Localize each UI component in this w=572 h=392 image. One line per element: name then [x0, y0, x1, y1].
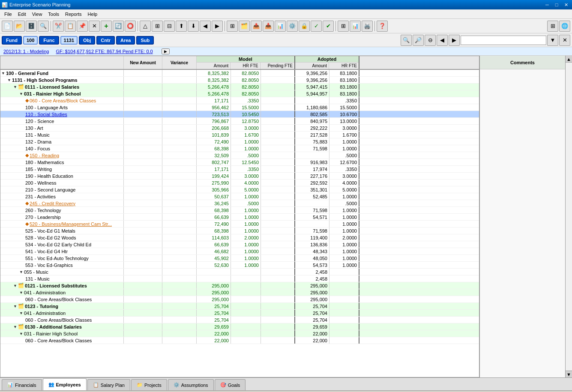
- table-row[interactable]: 131 - Music101,8391.6700217,5281.6700: [0, 132, 479, 138]
- func-filter-btn[interactable]: Func: [39, 36, 59, 45]
- down-button[interactable]: ⬇: [188, 21, 199, 32]
- tab-assumptions[interactable]: ⚙️ Assumptions: [168, 379, 214, 390]
- help-button[interactable]: ❓: [377, 21, 388, 32]
- table-row[interactable]: 180 - Mathematics802,74712.5450916,98312…: [0, 159, 479, 166]
- table-row[interactable]: ▼055 - Music2,458: [0, 269, 479, 275]
- globe-button[interactable]: 🌐: [559, 21, 570, 32]
- collapse-button[interactable]: ⊟: [164, 21, 175, 32]
- refresh-button[interactable]: 🔄: [113, 21, 124, 32]
- menu-help[interactable]: Help: [85, 11, 100, 18]
- filter-icon5[interactable]: ▶: [449, 35, 460, 46]
- expand-icon[interactable]: ▼: [19, 311, 23, 315]
- lock-button[interactable]: 🔒: [299, 21, 310, 32]
- tab-projects[interactable]: 📁 Projects: [131, 379, 167, 390]
- scroll-track[interactable]: [566, 63, 572, 371]
- copy-button[interactable]: 📋: [65, 21, 76, 32]
- table-row[interactable]: 270 - Leadership66,6391.000054,5711.0000: [0, 214, 479, 221]
- add-button[interactable]: +: [101, 21, 112, 32]
- expand-icon[interactable]: ▼: [1, 71, 5, 75]
- expand-icon[interactable]: ▼: [19, 332, 23, 336]
- table-button[interactable]: 📊: [350, 21, 361, 32]
- table-row[interactable]: 528 - Voc-Ed G2 Woods114,6032.0000119,40…: [0, 234, 479, 241]
- sub-filter-btn[interactable]: Sub: [136, 36, 154, 45]
- table-row[interactable]: ▼041 - Administration295,000295,000: [0, 289, 479, 296]
- print-button[interactable]: 🖨️: [362, 21, 373, 32]
- tab-employees[interactable]: 👥 Employees: [43, 378, 87, 390]
- filter-clear-btn[interactable]: ✕: [559, 35, 570, 46]
- close-button[interactable]: ✕: [562, 1, 570, 8]
- table-row[interactable]: 060 - Core Areas/Block Classes22,00022,0…: [0, 337, 479, 344]
- window-controls[interactable]: ─ □ ✕: [543, 1, 570, 8]
- table-row[interactable]: 200 - Wellness275,9904.0000292,5924.0000: [0, 180, 479, 186]
- filter-search-input[interactable]: [461, 36, 546, 45]
- expand-icon[interactable]: ▼: [13, 85, 17, 89]
- table-row[interactable]: ▼🗂️0130 - Additional Salaries29,65929,65…: [0, 323, 479, 330]
- filter-icon3[interactable]: ⊖: [425, 35, 436, 46]
- search-button[interactable]: 🔍: [38, 21, 49, 32]
- filter-icon2[interactable]: 🔎: [413, 35, 424, 46]
- table-row[interactable]: 131 - Music2,458: [0, 275, 479, 282]
- menu-tools[interactable]: Tools: [45, 11, 62, 18]
- table-row[interactable]: 210 - Second Language305,9665.0000351,30…: [0, 186, 479, 193]
- table-row[interactable]: 100 - Language Arts956,46215.50001,180,6…: [0, 104, 479, 111]
- period-link[interactable]: 2012/13: 1 - Modeling: [3, 49, 49, 54]
- cut-button[interactable]: ✂️: [53, 21, 64, 32]
- func-1131-btn[interactable]: 1131: [60, 36, 78, 45]
- table-row[interactable]: ▼041 - Administration25,70425,704: [0, 310, 479, 317]
- expand-icon[interactable]: ▼: [19, 270, 23, 274]
- tab-financials[interactable]: 📊 Financials: [2, 379, 42, 390]
- table-row[interactable]: ◆245 - Credit Recovery36,245.5000.5000: [0, 200, 479, 207]
- table-row[interactable]: 140 - Focus68,3981.000071,5981.0000: [0, 145, 479, 152]
- import-button[interactable]: 📥: [263, 21, 274, 32]
- row-label[interactable]: 245 - Credit Recovery: [30, 201, 75, 206]
- menu-reports[interactable]: Reports: [63, 11, 84, 18]
- table-row[interactable]: 553 - Voc Ed-Graphics52,6301.000054,5731…: [0, 262, 479, 269]
- table-row[interactable]: ▼1131 - High School Programs8,325,38282.…: [0, 77, 479, 84]
- scroll-down-btn[interactable]: ▼: [566, 371, 572, 377]
- table-row[interactable]: 231 - Activities50,6371.000052,4851.0000: [0, 193, 479, 200]
- menu-edit[interactable]: Edit: [15, 11, 29, 18]
- table-row[interactable]: 190 - Health Education199,4243.0000227,1…: [0, 173, 479, 180]
- expand-info-btn[interactable]: ▶: [162, 48, 170, 54]
- back-button[interactable]: ◀: [200, 21, 211, 32]
- expand-icon[interactable]: ▼: [19, 92, 23, 96]
- table-row[interactable]: 130 - Art206,6683.0000292,2223.0000: [0, 125, 479, 132]
- row-label[interactable]: 150 - Reading: [30, 153, 59, 158]
- table-row[interactable]: ◆060 - Core Areas/Block Classes17,171.33…: [0, 97, 479, 104]
- grid1-button[interactable]: ⊞: [227, 21, 238, 32]
- table-row[interactable]: 525 - Voc-Ed G1 Metals68,3981.000071,598…: [0, 227, 479, 234]
- table-row[interactable]: 060 - Core Areas/Block Classes295,000295…: [0, 296, 479, 303]
- table-row[interactable]: 060 - Core Areas/Block Classes25,70425,7…: [0, 317, 479, 323]
- table-row[interactable]: 260 - Technology68,3981.000071,5981.0000: [0, 207, 479, 214]
- table-row[interactable]: 132 - Drama72,4901.000075,8831.0000: [0, 138, 479, 145]
- menu-file[interactable]: File: [2, 11, 15, 18]
- expand-icon[interactable]: ▼: [13, 284, 17, 288]
- expand-icon[interactable]: ▼: [13, 304, 17, 308]
- table-row[interactable]: ▼🗂️0121 - Licensed Substitutes295,000295…: [0, 282, 479, 289]
- table-row[interactable]: 534 - Voc-Ed G2 Early Child Ed66,6391.00…: [0, 241, 479, 248]
- expand-icon[interactable]: ▼: [13, 325, 17, 329]
- menu-view[interactable]: View: [30, 11, 45, 18]
- table-row[interactable]: ▼031 - Rainier High School5,266,47882.80…: [0, 90, 479, 97]
- table-row[interactable]: 110 - Social Studies723,51310.5450802,58…: [0, 111, 479, 118]
- row-label[interactable]: 110 - Social Studies: [25, 112, 67, 117]
- grid-body[interactable]: ▼100 - General Fund8,325,38282.80509,396…: [0, 70, 479, 377]
- table-row[interactable]: ▼031 - Rainier High School22,00022,000: [0, 330, 479, 337]
- check-button[interactable]: ✓: [311, 21, 322, 32]
- tab-goals[interactable]: 🎯 Goals: [215, 379, 246, 390]
- new-button[interactable]: 📄: [2, 21, 13, 32]
- filter-go-btn[interactable]: ▼: [547, 35, 558, 46]
- minimize-button[interactable]: ─: [543, 1, 551, 8]
- table-row[interactable]: 185 - Writing17,171.335017,974.3350: [0, 166, 479, 173]
- right-scroll[interactable]: ▲ ▼: [565, 56, 572, 377]
- table-row[interactable]: ▼🗂️0123 - Tutoring25,70425,704: [0, 303, 479, 310]
- expand-icon[interactable]: ▼: [7, 78, 11, 82]
- tab-salary-plan[interactable]: 📋 Salary Plan: [87, 379, 130, 390]
- col-button[interactable]: ⊞: [338, 21, 349, 32]
- scroll-up-btn[interactable]: ▲: [566, 56, 572, 63]
- paste-button[interactable]: 📌: [77, 21, 88, 32]
- grid-toggle1[interactable]: ⊞: [547, 21, 558, 32]
- filter-icon4[interactable]: ◀: [437, 35, 448, 46]
- expand-icon[interactable]: ▼: [19, 290, 23, 295]
- fund-filter-btn[interactable]: Fund: [2, 36, 22, 45]
